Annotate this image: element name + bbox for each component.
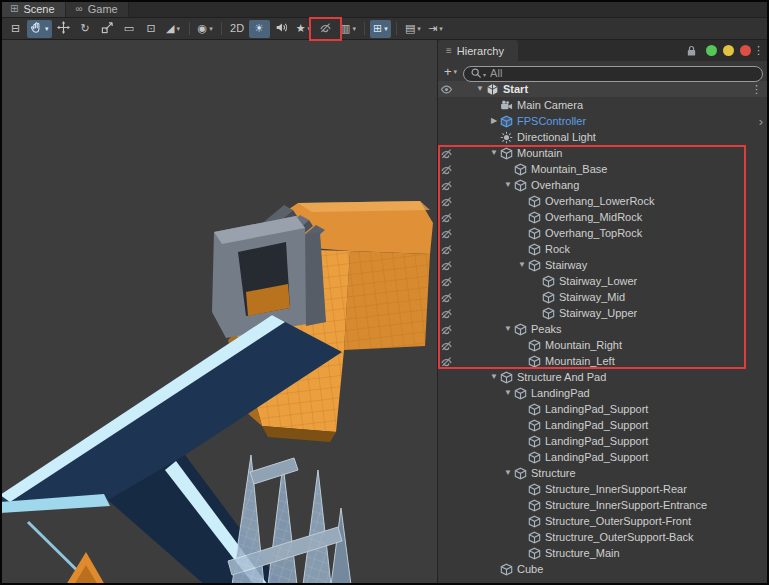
scene-viewport-canvas[interactable] <box>0 40 437 585</box>
hierarchy-row[interactable]: Structure_InnerSupport-Entrance <box>438 497 769 513</box>
hierarchy-row[interactable]: ▼ Structure <box>438 465 769 481</box>
scale-tool-icon[interactable] <box>97 20 118 38</box>
hierarchy-row[interactable]: Stairway_Lower <box>438 273 769 289</box>
hierarchy-row[interactable]: Rock <box>438 241 769 257</box>
hierarchy-search-input[interactable] <box>463 66 763 82</box>
scene-visibility-eye-icon[interactable] <box>438 83 454 96</box>
hierarchy-row[interactable]: Overhang_LowerRock <box>438 193 769 209</box>
custom-tool-icon[interactable]: ◢▾ <box>163 20 184 38</box>
eye-off-icon[interactable] <box>438 291 454 304</box>
foldout-arrow-icon[interactable]: ▼ <box>488 149 500 157</box>
eye-off-icon[interactable] <box>438 355 454 368</box>
cube-icon <box>528 499 543 512</box>
hierarchy-row[interactable]: LandingPad_Support <box>438 449 769 465</box>
hierarchy-row[interactable]: Cube <box>438 561 769 577</box>
foldout-arrow-icon[interactable]: ▼ <box>474 85 486 93</box>
2d-toggle-icon[interactable]: 2D <box>227 20 248 38</box>
eye-off-icon[interactable] <box>438 275 454 288</box>
tab-scene[interactable]: ⊞ Scene <box>0 0 66 17</box>
eye-off-icon[interactable] <box>438 243 454 256</box>
overlays-menu-icon[interactable]: ▥▾ <box>337 20 359 38</box>
window-dot-red[interactable] <box>740 45 751 56</box>
hierarchy-row[interactable]: LandingPad_Support <box>438 417 769 433</box>
add-object-button[interactable]: + ▾ <box>444 65 457 78</box>
snap-settings-icon[interactable]: ▤▾ <box>402 20 424 38</box>
hierarchy-row[interactable]: Stairway_Upper <box>438 305 769 321</box>
eye-off-icon[interactable] <box>438 179 454 192</box>
object-label: Rock <box>545 243 570 255</box>
eye-off-icon[interactable] <box>438 339 454 352</box>
tool-settings-icon[interactable]: ⊟ <box>5 20 26 38</box>
object-label: Mountain_Right <box>545 339 622 351</box>
foldout-arrow-icon[interactable]: ▶ <box>488 117 500 125</box>
cube-icon <box>528 435 543 448</box>
window-dot-green[interactable] <box>706 45 717 56</box>
tab-hierarchy[interactable]: ≡ Hierarchy <box>438 40 518 61</box>
eye-off-icon[interactable] <box>438 227 454 240</box>
hierarchy-row[interactable]: ▼ Peaks <box>438 321 769 337</box>
hierarchy-row[interactable]: LandingPad_Support <box>438 401 769 417</box>
rotate-tool-icon[interactable]: ↻ <box>75 20 96 38</box>
hidden-objects-toggle-icon[interactable] <box>315 20 336 38</box>
pivot-toggle-icon[interactable]: ◉▾ <box>195 20 216 38</box>
foldout-arrow-icon[interactable]: ▼ <box>502 469 514 477</box>
hierarchy-row[interactable]: Stairway_Mid <box>438 289 769 305</box>
hierarchy-row[interactable]: ▼ Overhang <box>438 177 769 193</box>
eye-off-icon[interactable] <box>438 211 454 224</box>
hierarchy-row[interactable]: Overhang_MidRock <box>438 209 769 225</box>
foldout-arrow-icon[interactable]: ▼ <box>516 261 528 269</box>
hierarchy-row[interactable]: Structrure_OuterSupport-Back <box>438 529 769 545</box>
eye-off-icon[interactable] <box>438 307 454 320</box>
eye-off-icon[interactable] <box>438 195 454 208</box>
eye-off-icon[interactable] <box>438 147 454 160</box>
object-label: Peaks <box>531 323 562 335</box>
effects-toggle-icon[interactable]: ★▾ <box>293 20 314 38</box>
cube-icon <box>528 243 543 256</box>
cube-icon <box>528 339 543 352</box>
lock-icon[interactable] <box>686 45 697 57</box>
window-dot-yellow[interactable] <box>723 45 734 56</box>
hierarchy-row[interactable]: Mountain_Right <box>438 337 769 353</box>
hierarchy-row[interactable]: Directional Light <box>438 129 769 145</box>
eye-off-icon[interactable] <box>438 323 454 336</box>
scene-viewport[interactable] <box>0 40 437 585</box>
hierarchy-row[interactable]: Structure_InnerSupport-Rear <box>438 481 769 497</box>
move-tool-icon[interactable] <box>53 20 74 38</box>
hierarchy-row[interactable]: ▼ Structure And Pad <box>438 369 769 385</box>
foldout-arrow-icon[interactable]: ▼ <box>502 389 514 397</box>
hierarchy-row[interactable]: Structure_Main <box>438 545 769 561</box>
tab-game[interactable]: ∞ Game <box>66 0 129 17</box>
audio-toggle-icon[interactable] <box>271 20 292 38</box>
step-icon[interactable]: ⇥▾ <box>425 20 446 38</box>
hierarchy-row[interactable]: ▶ FPSController › <box>438 113 769 129</box>
grid-toggle-icon[interactable]: ⊞▾ <box>370 20 391 38</box>
lighting-toggle-icon[interactable]: ☀ <box>249 20 270 38</box>
panel-menu-icon: ≡ <box>446 45 452 56</box>
cube-icon <box>528 451 543 464</box>
eye-off-icon[interactable] <box>438 163 454 176</box>
scene-kebab-menu-icon[interactable]: ⋮ <box>751 83 762 96</box>
hierarchy-row[interactable]: ▼ Mountain <box>438 145 769 161</box>
hierarchy-row[interactable]: LandingPad_Support <box>438 433 769 449</box>
hierarchy-row[interactable]: Overhang_TopRock <box>438 225 769 241</box>
object-label: Mountain <box>517 147 562 159</box>
hierarchy-row[interactable]: Structure_OuterSupport-Front <box>438 513 769 529</box>
foldout-arrow-icon[interactable]: ▼ <box>502 325 514 333</box>
foldout-arrow-icon[interactable]: ▼ <box>502 181 514 189</box>
eye-off-icon[interactable] <box>438 259 454 272</box>
hierarchy-row[interactable]: ▼ LandingPad <box>438 385 769 401</box>
hierarchy-row[interactable]: Mountain_Left <box>438 353 769 369</box>
rect-tool-icon[interactable]: ▭ <box>119 20 140 38</box>
hierarchy-row[interactable]: ▼ Stairway <box>438 257 769 273</box>
scene-root-row[interactable]: ▼ Start ⋮ <box>438 81 769 97</box>
hand-tool-icon[interactable]: ▾ <box>27 20 52 38</box>
object-label: Directional Light <box>517 131 596 143</box>
hierarchy-row[interactable]: Main Camera <box>438 97 769 113</box>
hierarchy-row[interactable]: Mountain_Base <box>438 161 769 177</box>
object-label: LandingPad <box>531 387 590 399</box>
prefab-open-chevron-icon[interactable]: › <box>759 115 763 128</box>
transform-tool-icon[interactable]: ⊡ <box>141 20 162 38</box>
panel-kebab-menu-icon[interactable]: ⋮ <box>753 44 764 57</box>
object-label: Stairway_Mid <box>559 291 625 303</box>
foldout-arrow-icon[interactable]: ▼ <box>488 373 500 381</box>
